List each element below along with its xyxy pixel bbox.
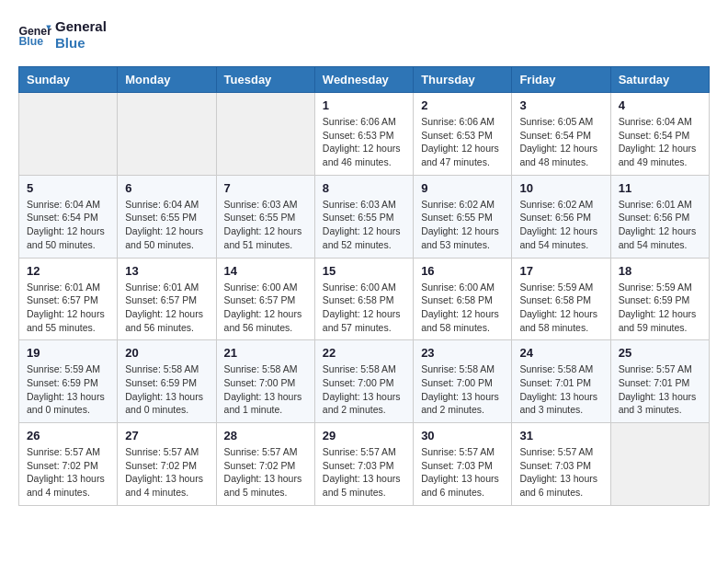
day-info: Sunrise: 6:04 AM Sunset: 6:55 PM Dayligh… (125, 198, 208, 252)
calendar-cell: 19Sunrise: 5:59 AM Sunset: 6:59 PM Dayli… (19, 340, 118, 423)
day-info: Sunrise: 6:01 AM Sunset: 6:56 PM Dayligh… (619, 198, 701, 252)
day-number: 1 (323, 98, 405, 112)
logo: General Blue General Blue (18, 18, 107, 52)
day-info: Sunrise: 5:57 AM Sunset: 7:03 PM Dayligh… (519, 445, 602, 500)
day-number: 23 (421, 346, 504, 360)
day-info: Sunrise: 5:59 AM Sunset: 6:59 PM Dayligh… (27, 362, 109, 417)
day-info: Sunrise: 5:57 AM Sunset: 7:02 PM Dayligh… (27, 445, 109, 500)
calendar-cell (216, 93, 314, 176)
calendar-cell: 3Sunrise: 6:05 AM Sunset: 6:54 PM Daylig… (512, 93, 610, 176)
day-info: Sunrise: 6:05 AM Sunset: 6:54 PM Dayligh… (519, 115, 602, 169)
day-info: Sunrise: 6:04 AM Sunset: 6:54 PM Dayligh… (27, 198, 109, 252)
day-info: Sunrise: 5:58 AM Sunset: 7:00 PM Dayligh… (421, 362, 504, 417)
calendar-cell: 28Sunrise: 5:57 AM Sunset: 7:02 PM Dayli… (216, 423, 314, 506)
day-info: Sunrise: 5:57 AM Sunset: 7:03 PM Dayligh… (421, 445, 504, 500)
calendar-week-row: 5Sunrise: 6:04 AM Sunset: 6:54 PM Daylig… (19, 175, 710, 258)
day-number: 4 (619, 98, 701, 112)
day-number: 21 (224, 346, 307, 360)
calendar-cell: 27Sunrise: 5:57 AM Sunset: 7:02 PM Dayli… (118, 423, 216, 506)
day-info: Sunrise: 5:58 AM Sunset: 7:00 PM Dayligh… (323, 362, 405, 417)
day-number: 30 (421, 429, 504, 442)
calendar-cell: 13Sunrise: 6:01 AM Sunset: 6:57 PM Dayli… (118, 258, 216, 340)
day-header-wednesday: Wednesday (314, 67, 413, 93)
day-number: 13 (125, 264, 208, 278)
header: General Blue General Blue (18, 18, 710, 52)
day-number: 16 (421, 264, 504, 278)
day-header-thursday: Thursday (414, 67, 512, 93)
calendar-cell: 10Sunrise: 6:02 AM Sunset: 6:56 PM Dayli… (512, 175, 610, 258)
calendar-cell (610, 423, 709, 506)
logo-line1: General (55, 18, 107, 35)
day-info: Sunrise: 5:57 AM Sunset: 7:02 PM Dayligh… (224, 445, 307, 500)
day-info: Sunrise: 5:59 AM Sunset: 6:59 PM Dayligh… (619, 281, 701, 335)
day-header-friday: Friday (512, 67, 610, 93)
calendar-cell: 2Sunrise: 6:06 AM Sunset: 6:53 PM Daylig… (414, 93, 512, 176)
logo-icon: General Blue (18, 22, 51, 48)
calendar-cell: 18Sunrise: 5:59 AM Sunset: 6:59 PM Dayli… (610, 258, 709, 340)
day-number: 29 (323, 429, 405, 442)
calendar-cell: 25Sunrise: 5:57 AM Sunset: 7:01 PM Dayli… (610, 340, 709, 423)
day-number: 11 (619, 181, 701, 195)
day-info: Sunrise: 5:58 AM Sunset: 7:01 PM Dayligh… (519, 362, 602, 417)
calendar-cell: 14Sunrise: 6:00 AM Sunset: 6:57 PM Dayli… (216, 258, 314, 340)
day-number: 28 (224, 429, 307, 442)
day-info: Sunrise: 6:00 AM Sunset: 6:58 PM Dayligh… (323, 281, 405, 335)
calendar-week-row: 26Sunrise: 5:57 AM Sunset: 7:02 PM Dayli… (19, 423, 710, 506)
day-info: Sunrise: 5:57 AM Sunset: 7:02 PM Dayligh… (125, 445, 208, 500)
day-number: 26 (27, 429, 109, 442)
day-info: Sunrise: 6:01 AM Sunset: 6:57 PM Dayligh… (27, 281, 109, 335)
day-header-monday: Monday (118, 67, 216, 93)
day-number: 24 (519, 346, 602, 360)
day-number: 14 (224, 264, 307, 278)
calendar-cell: 23Sunrise: 5:58 AM Sunset: 7:00 PM Dayli… (414, 340, 512, 423)
day-number: 7 (224, 181, 307, 195)
svg-text:Blue: Blue (19, 35, 44, 48)
calendar-cell: 26Sunrise: 5:57 AM Sunset: 7:02 PM Dayli… (19, 423, 118, 506)
calendar-cell: 4Sunrise: 6:04 AM Sunset: 6:54 PM Daylig… (610, 93, 709, 176)
day-number: 10 (519, 181, 602, 195)
calendar-cell: 16Sunrise: 6:00 AM Sunset: 6:58 PM Dayli… (414, 258, 512, 340)
day-info: Sunrise: 6:04 AM Sunset: 6:54 PM Dayligh… (619, 115, 701, 169)
calendar-cell: 1Sunrise: 6:06 AM Sunset: 6:53 PM Daylig… (314, 93, 413, 176)
day-info: Sunrise: 6:03 AM Sunset: 6:55 PM Dayligh… (224, 198, 307, 252)
day-number: 8 (323, 181, 405, 195)
day-number: 22 (323, 346, 405, 360)
day-info: Sunrise: 6:02 AM Sunset: 6:55 PM Dayligh… (421, 198, 504, 252)
day-number: 25 (619, 346, 701, 360)
calendar-cell: 21Sunrise: 5:58 AM Sunset: 7:00 PM Dayli… (216, 340, 314, 423)
day-info: Sunrise: 6:06 AM Sunset: 6:53 PM Dayligh… (421, 115, 504, 169)
day-number: 18 (619, 264, 701, 278)
day-header-sunday: Sunday (19, 67, 118, 93)
calendar-week-row: 1Sunrise: 6:06 AM Sunset: 6:53 PM Daylig… (19, 93, 710, 176)
day-number: 12 (27, 264, 109, 278)
day-header-tuesday: Tuesday (216, 67, 314, 93)
day-info: Sunrise: 5:59 AM Sunset: 6:58 PM Dayligh… (519, 281, 602, 335)
logo-line2: Blue (55, 35, 107, 52)
day-info: Sunrise: 5:57 AM Sunset: 7:03 PM Dayligh… (323, 445, 405, 500)
day-info: Sunrise: 6:02 AM Sunset: 6:56 PM Dayligh… (519, 198, 602, 252)
day-number: 31 (519, 429, 602, 442)
day-info: Sunrise: 5:58 AM Sunset: 6:59 PM Dayligh… (125, 362, 208, 417)
day-info: Sunrise: 6:00 AM Sunset: 6:58 PM Dayligh… (421, 281, 504, 335)
calendar-week-row: 12Sunrise: 6:01 AM Sunset: 6:57 PM Dayli… (19, 258, 710, 340)
day-number: 6 (125, 181, 208, 195)
day-info: Sunrise: 6:03 AM Sunset: 6:55 PM Dayligh… (323, 198, 405, 252)
calendar-cell: 31Sunrise: 5:57 AM Sunset: 7:03 PM Dayli… (512, 423, 610, 506)
day-number: 3 (519, 98, 602, 112)
calendar-week-row: 19Sunrise: 5:59 AM Sunset: 6:59 PM Dayli… (19, 340, 710, 423)
calendar-cell: 30Sunrise: 5:57 AM Sunset: 7:03 PM Dayli… (414, 423, 512, 506)
calendar: SundayMondayTuesdayWednesdayThursdayFrid… (18, 66, 710, 506)
day-info: Sunrise: 6:01 AM Sunset: 6:57 PM Dayligh… (125, 281, 208, 335)
calendar-cell: 24Sunrise: 5:58 AM Sunset: 7:01 PM Dayli… (512, 340, 610, 423)
calendar-cell (19, 93, 118, 176)
day-number: 9 (421, 181, 504, 195)
day-info: Sunrise: 6:06 AM Sunset: 6:53 PM Dayligh… (323, 115, 405, 169)
calendar-cell: 11Sunrise: 6:01 AM Sunset: 6:56 PM Dayli… (610, 175, 709, 258)
calendar-cell: 6Sunrise: 6:04 AM Sunset: 6:55 PM Daylig… (118, 175, 216, 258)
calendar-header-row: SundayMondayTuesdayWednesdayThursdayFrid… (19, 67, 710, 93)
calendar-cell: 9Sunrise: 6:02 AM Sunset: 6:55 PM Daylig… (414, 175, 512, 258)
calendar-cell: 22Sunrise: 5:58 AM Sunset: 7:00 PM Dayli… (314, 340, 413, 423)
calendar-cell: 15Sunrise: 6:00 AM Sunset: 6:58 PM Dayli… (314, 258, 413, 340)
day-info: Sunrise: 5:57 AM Sunset: 7:01 PM Dayligh… (619, 362, 701, 417)
day-number: 19 (27, 346, 109, 360)
